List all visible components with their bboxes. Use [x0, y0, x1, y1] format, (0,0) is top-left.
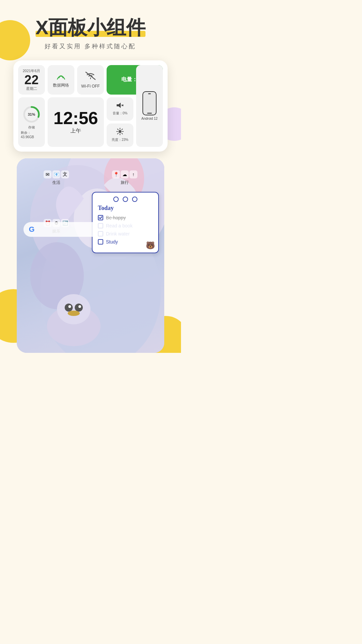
todo-text-4: Study [106, 239, 118, 245]
svg-point-28 [68, 311, 80, 316]
svg-marker-4 [117, 103, 121, 108]
todo-item-1[interactable]: Be happy [98, 215, 153, 220]
date-weekday: 星期二 [26, 86, 37, 91]
data-network-label: 数据网络 [53, 83, 69, 88]
bear-doodle: 🐻 [146, 241, 155, 250]
folder-icon-5: ☁ [121, 170, 129, 178]
folder-life-label: 生活 [52, 180, 60, 185]
title-section: X面板小组件 好看又实用 多种样式随心配 [36, 17, 146, 50]
wifi-icon [84, 71, 97, 83]
svg-line-12 [118, 129, 118, 130]
folder-travel-label: 旅行 [121, 180, 129, 185]
storage-ring: 31% [22, 105, 41, 124]
android-label: Android 12 [141, 117, 158, 120]
svg-line-13 [122, 133, 122, 134]
svg-point-7 [119, 130, 122, 133]
signal-icon [55, 71, 67, 81]
wifi-cell[interactable]: Wi-Fi OFF [77, 65, 104, 95]
app-title: X面板小组件 [36, 17, 146, 38]
svg-point-26 [68, 305, 71, 308]
volume-cell[interactable]: 音量：0% [107, 97, 133, 121]
svg-point-23 [57, 294, 90, 324]
folder-travel-icons: 📍 ☁ ↑ [112, 170, 137, 178]
phone-mockup-wrapper: ✉ 📧 文 生活 📍 ☁ ↑ 旅行 [17, 158, 164, 353]
folder-icon-4: 📍 [112, 170, 120, 178]
svg-point-27 [78, 305, 81, 308]
phone-content: ✉ 📧 文 生活 📍 ☁ ↑ 旅行 [17, 158, 164, 244]
todo-checkbox-4[interactable] [98, 239, 103, 245]
volume-label: 音量：0% [113, 111, 127, 116]
svg-point-25 [75, 304, 83, 312]
folder-icon-1: ✉ [44, 170, 52, 178]
folder-life-icons: ✉ 📧 文 [44, 170, 69, 178]
ring-1 [113, 197, 119, 202]
todo-text-1: Be happy [106, 215, 126, 220]
todo-checkbox-1[interactable] [98, 215, 103, 220]
phone-mockup: ✉ 📧 文 生活 📍 ☁ ↑ 旅行 [17, 158, 164, 353]
app-row-1: ✉ 📧 文 生活 📍 ☁ ↑ 旅行 [22, 170, 159, 185]
svg-point-24 [65, 304, 73, 312]
google-logo: G [29, 225, 35, 234]
svg-line-14 [122, 129, 122, 130]
storage-percent: 31% [28, 112, 35, 116]
app-subtitle: 好看又实用 多种样式随心配 [36, 42, 146, 50]
phone-outline-icon [142, 91, 157, 115]
date-day: 22 [24, 73, 39, 86]
storage-cell: 31% 存储 剩余：43.96GB [18, 97, 45, 147]
widget-grid: 2021年6月 22 星期二 数据网络 [18, 65, 163, 147]
date-cell: 2021年6月 22 星期二 [18, 65, 45, 95]
data-network-cell[interactable]: 数据网络 [48, 65, 74, 95]
clock-cell: 12:56 上午 [48, 97, 104, 147]
brightness-label: 亮度：23% [112, 138, 128, 142]
notepad-rings [98, 197, 153, 202]
wifi-label: Wi-Fi OFF [81, 84, 100, 89]
storage-label: 存储 [28, 125, 35, 130]
svg-line-15 [118, 133, 118, 134]
folder-life[interactable]: ✉ 📧 文 生活 [44, 170, 69, 185]
google-search-bar[interactable]: G [23, 222, 158, 237]
ring-3 [132, 197, 137, 202]
folder-icon-6: ↑ [129, 170, 137, 178]
android-phone-cell: Android 12 [136, 65, 163, 147]
widget-card: 2021年6月 22 星期二 数据网络 [13, 60, 168, 152]
folder-icon-3: 文 [61, 170, 69, 178]
ring-2 [123, 197, 128, 202]
folder-travel[interactable]: 📍 ☁ ↑ 旅行 [112, 170, 137, 185]
clock-time: 12:56 [54, 109, 98, 127]
brightness-icon [116, 128, 124, 137]
storage-remaining: 剩余：43.96GB [21, 130, 42, 139]
clock-ampm: 上午 [70, 127, 81, 135]
notepad-title: Today [98, 205, 153, 212]
volume-icon [116, 102, 124, 110]
folder-icon-2: 📧 [52, 170, 60, 178]
todo-item-4[interactable]: Study [98, 239, 153, 245]
brightness-cell[interactable]: 亮度：23% [107, 123, 133, 147]
